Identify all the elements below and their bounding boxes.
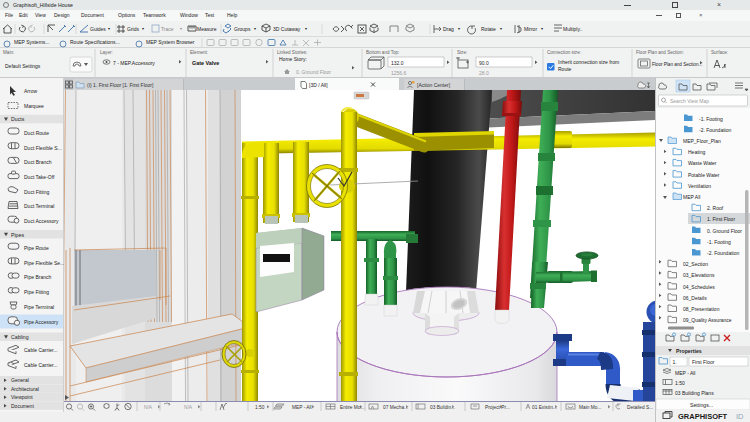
svg-text:1. First Floor: 1. First Floor [707,216,735,222]
svg-text:Arrow: Arrow [24,88,37,94]
svg-text:1:50: 1:50 [255,405,265,410]
svg-text:Pipe Fitting: Pipe Fitting [24,289,49,295]
svg-text:Floor Plan and Section...: Floor Plan and Section... [652,62,702,67]
svg-text:Entire Mo...: Entire Mo... [340,405,365,410]
svg-text:Heating: Heating [688,149,705,155]
svg-text:Size:: Size: [457,50,467,55]
svg-text:Duct Flexible S...: Duct Flexible S... [24,145,62,151]
svg-text:[3D / All]: [3D / All] [309,82,328,88]
svg-text:Pipe Branch: Pipe Branch [24,274,51,280]
svg-text:Bottom and Top:: Bottom and Top: [366,50,399,55]
svg-text:132.0: 132.0 [391,60,404,66]
svg-text:-2. Foundation: -2. Foundation [707,250,739,256]
svg-text:-2. Foundation: -2. Foundation [699,127,731,133]
svg-text:1:50: 1:50 [675,380,685,386]
svg-text:-1. Footing: -1. Footing [699,116,723,122]
svg-text:02_Section: 02_Section [683,261,708,267]
svg-text:Pipe Accessory: Pipe Accessory [24,319,59,325]
svg-text:09_Quality Assurance: 09_Quality Assurance [683,317,732,323]
svg-text:06_Details: 06_Details [683,295,707,301]
svg-text:Pipe Terminal: Pipe Terminal [24,304,54,310]
svg-text:Duct Terminal: Duct Terminal [24,203,54,209]
svg-text:Home Story:: Home Story: [279,56,307,62]
svg-text:Duct Take-Off: Duct Take-Off [24,174,55,180]
svg-text:Cabling: Cabling [11,334,29,340]
svg-text:GRAPHISOFT: GRAPHISOFT [678,412,728,421]
svg-text:04_Schedules: 04_Schedules [683,284,715,290]
svg-text:0. Ground Floor: 0. Ground Floor [707,228,742,234]
svg-text:03_Elevations: 03_Elevations [683,272,715,278]
svg-text:MEP_Floor_Plan: MEP_Floor_Plan [683,138,721,144]
svg-text:Duct Branch: Duct Branch [24,159,52,165]
svg-text:Waste Water: Waste Water [688,160,717,166]
svg-text:Architectural: Architectural [11,386,39,392]
svg-text:Detailed S...: Detailed S... [627,405,653,410]
svg-text:Search View Map: Search View Map [670,98,709,104]
svg-text:Element:: Element: [190,50,208,55]
svg-text:Pipes: Pipes [11,232,24,238]
svg-text:Inherit connection size from: Inherit connection size from [558,59,619,65]
svg-text:General: General [11,377,29,383]
svg-text:90.0: 90.0 [479,60,489,66]
svg-text:Route: Route [558,66,572,72]
svg-text:Settings...: Settings... [690,402,713,408]
svg-text:MEP - All: MEP - All [292,405,312,410]
svg-text:7 - MEP.Accessory: 7 - MEP.Accessory [113,60,155,66]
svg-text:N/A: N/A [184,405,193,410]
svg-text:Pipe Flexible Se...: Pipe Flexible Se... [24,260,64,266]
svg-text:First Floor: First Floor [692,359,715,365]
svg-text:2. Roof: 2. Roof [707,205,724,211]
svg-text:Surface:: Surface: [711,50,728,55]
svg-text:01 Existin...: 01 Existin... [532,405,557,410]
svg-text:(I) 1. First Floor [1. First F: (I) 1. First Floor [1. First Floor] [87,82,154,88]
svg-text:03 Building Plans: 03 Building Plans [675,390,714,396]
svg-text:Cable Carrier...: Cable Carrier... [24,347,58,353]
svg-text:Properties: Properties [676,348,702,354]
svg-text:MEP All: MEP All [683,194,700,200]
svg-text:Connection size:: Connection size: [547,50,581,55]
svg-text:1256.6: 1256.6 [391,70,407,76]
svg-text:Document: Document [11,403,34,409]
svg-text:ID: ID [736,412,744,421]
svg-text:Pipe Route: Pipe Route [24,245,49,251]
svg-text:Linked Stories:: Linked Stories: [277,50,307,55]
svg-text:Cable Carrier...: Cable Carrier... [24,362,58,368]
svg-text:-1. Footing: -1. Footing [707,239,731,245]
svg-text:28.0: 28.0 [479,70,489,76]
svg-text:N/A: N/A [144,405,153,410]
svg-text:[Action Center]: [Action Center] [417,82,451,88]
svg-text:Duct Fitting: Duct Fitting [24,189,50,195]
svg-text:Layer:: Layer: [100,50,113,55]
svg-text:Main Mo...: Main Mo... [579,405,601,410]
svg-text:Potable Water: Potable Water [688,172,720,178]
svg-text:0. Ground Floor: 0. Ground Floor [296,69,331,75]
svg-text:Duct Accessory: Duct Accessory [24,218,59,224]
svg-text:Main:: Main: [3,50,14,55]
svg-text:Ventilation: Ventilation [688,183,711,189]
svg-text:Viewpoint: Viewpoint [11,394,33,400]
svg-text:03 Buildin...: 03 Buildin... [430,405,455,410]
svg-text:Marquee: Marquee [24,103,44,109]
svg-text:Floor Plan and Section:: Floor Plan and Section: [636,50,684,55]
svg-text:08_Presentation: 08_Presentation [683,306,720,312]
svg-text:Default Settings: Default Settings [5,63,41,69]
svg-text:Project Pr...: Project Pr... [485,405,510,410]
svg-text:MEP - All: MEP - All [675,370,695,376]
svg-text:1.: 1. [673,359,677,365]
svg-text:07 Mecha...: 07 Mecha... [383,405,408,410]
svg-text:Duct Route: Duct Route [24,130,49,136]
svg-text:Ducts: Ducts [11,116,25,122]
svg-text:Gate Valve: Gate Valve [192,60,219,66]
